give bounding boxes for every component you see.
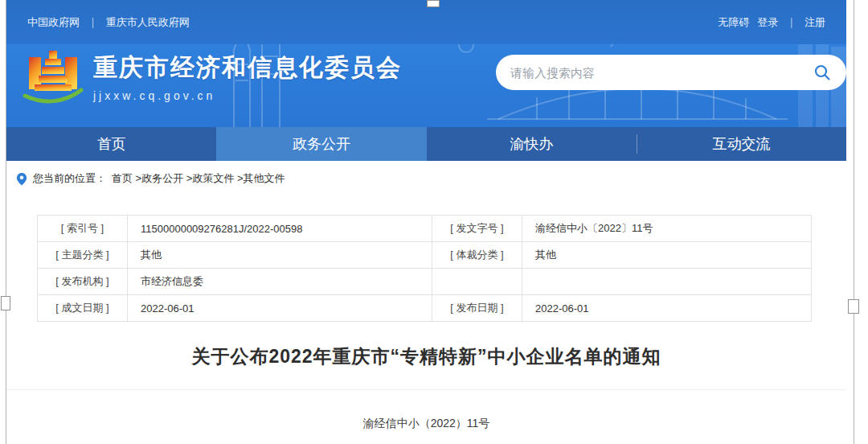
article-doc-number: 渝经信中小（2022）11号 [6, 417, 846, 431]
search-box [496, 55, 846, 90]
meta-label: [ 发布日期 ] [432, 295, 522, 322]
table-row: [ 成文日期 ] 2022-06-01 [ 发布日期 ] 2022-06-01 [38, 295, 812, 322]
crop-handle-left[interactable] [1, 296, 10, 310]
brand-text: 重庆市经济和信息化委员会 jjxxw.cq.gov.cn [93, 51, 402, 102]
meta-value: 渝经信中小〔2022〕11号 [522, 216, 812, 242]
login-link[interactable]: 登录 [757, 15, 778, 30]
meta-label: [ 主题分类 ] [38, 242, 128, 269]
search-button[interactable] [813, 63, 832, 82]
meta-value: 其他 [522, 242, 812, 269]
nav-tab-home[interactable]: 首页 [6, 127, 216, 161]
top-bar-right-separator: ｜ [786, 15, 796, 30]
crop-handle-right[interactable] [848, 299, 859, 314]
search-input[interactable] [510, 66, 813, 80]
register-link[interactable]: 注册 [805, 15, 825, 30]
site-logo-icon [23, 46, 84, 107]
meta-label: [ 发文字号 ] [432, 216, 522, 242]
brand[interactable]: 重庆市经济和信息化委员会 jjxxw.cq.gov.cn [23, 46, 402, 107]
page: 中国政府网 ｜ 重庆市人民政府网 无障碍 登录 ｜ 注册 [6, 0, 846, 431]
breadcrumb-prefix: 您当前的位置： [33, 171, 106, 186]
meta-value: 2022-06-01 [522, 295, 812, 322]
search-icon [813, 64, 831, 81]
top-bar-left: 中国政府网 ｜ 重庆市人民政府网 [27, 15, 190, 30]
table-row: [ 发布机构 ] 市经济信息委 [38, 269, 812, 295]
site-title: 重庆市经济和信息化委员会 [93, 51, 402, 84]
meta-label: [ 体裁分类 ] [432, 242, 522, 269]
title-divider [6, 389, 846, 390]
meta-label [432, 269, 522, 295]
top-bar-separator: ｜ [88, 15, 98, 30]
crop-guide-line-left [6, 0, 6, 444]
nav-tab-yukuaiban[interactable]: 渝快办 [427, 127, 637, 161]
meta-label: [ 发布机构 ] [38, 269, 128, 295]
nav-tab-interaction[interactable]: 互动交流 [637, 127, 846, 161]
accessibility-link[interactable]: 无障碍 [718, 15, 749, 30]
meta-label: [ 索引号 ] [38, 216, 128, 242]
page-title: 关于公布2022年重庆市“专精特新”中小企业名单的通知 [6, 344, 846, 369]
breadcrumb: 您当前的位置： 首页 >政务公开 >政策文件 >其他文件 [16, 171, 846, 186]
site-url: jjxxw.cq.gov.cn [93, 89, 402, 102]
meta-value [522, 269, 812, 295]
crop-guide-line-right [854, 0, 854, 444]
main-nav: 首页 政务公开 渝快办 互动交流 [6, 127, 846, 161]
meta-value: 2022-06-01 [128, 295, 432, 322]
crop-handle-top[interactable] [427, 0, 440, 7]
meta-value: 其他 [128, 242, 432, 269]
top-bar-right: 无障碍 登录 ｜ 注册 [718, 15, 825, 30]
table-row: [ 索引号 ] 11500000009276281J/2022-00598 [ … [38, 216, 812, 242]
doc-meta-table: [ 索引号 ] 11500000009276281J/2022-00598 [ … [37, 215, 812, 322]
site-header: 重庆市经济和信息化委员会 jjxxw.cq.gov.cn [6, 44, 846, 127]
nav-tab-government-affairs[interactable]: 政务公开 [216, 127, 426, 161]
meta-label: [ 成文日期 ] [38, 295, 128, 322]
meta-value: 11500000009276281J/2022-00598 [128, 216, 432, 242]
breadcrumb-path[interactable]: 首页 >政务公开 >政策文件 >其他文件 [112, 171, 285, 186]
meta-value: 市经济信息委 [128, 269, 432, 295]
table-row: [ 主题分类 ] 其他 [ 体裁分类 ] 其他 [38, 242, 812, 269]
link-chongqing-gov[interactable]: 重庆市人民政府网 [106, 15, 190, 30]
location-pin-icon [16, 172, 27, 186]
link-china-gov[interactable]: 中国政府网 [27, 15, 80, 30]
